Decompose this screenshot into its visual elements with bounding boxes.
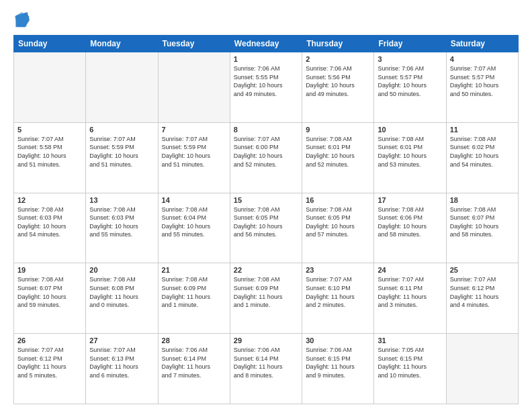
day-info: Sunrise: 7:06 AM Sunset: 5:55 PM Dayligh… [234, 64, 298, 98]
day-number: 29 [234, 336, 298, 345]
day-cell: 27Sunrise: 7:07 AM Sunset: 6:13 PM Dayli… [86, 334, 158, 404]
weekday-header-sunday: Sunday [14, 36, 86, 52]
day-info: Sunrise: 7:08 AM Sunset: 6:05 PM Dayligh… [306, 205, 370, 239]
day-number: 25 [450, 266, 515, 274]
day-cell [158, 52, 230, 123]
day-info: Sunrise: 7:06 AM Sunset: 5:57 PM Dayligh… [378, 64, 442, 98]
day-cell: 25Sunrise: 7:07 AM Sunset: 6:12 PM Dayli… [446, 263, 518, 334]
day-number: 24 [378, 266, 442, 274]
day-info: Sunrise: 7:06 AM Sunset: 6:14 PM Dayligh… [234, 346, 298, 379]
day-info: Sunrise: 7:07 AM Sunset: 6:12 PM Dayligh… [450, 275, 515, 309]
day-cell: 2Sunrise: 7:06 AM Sunset: 5:56 PM Daylig… [302, 52, 374, 123]
day-info: Sunrise: 7:08 AM Sunset: 6:06 PM Dayligh… [378, 205, 442, 239]
day-number: 23 [306, 266, 370, 274]
day-cell: 11Sunrise: 7:08 AM Sunset: 6:02 PM Dayli… [446, 122, 518, 193]
weekday-header-monday: Monday [86, 36, 158, 52]
day-cell: 12Sunrise: 7:08 AM Sunset: 6:03 PM Dayli… [14, 193, 86, 263]
day-number: 3 [378, 55, 442, 63]
day-info: Sunrise: 7:08 AM Sunset: 6:04 PM Dayligh… [162, 205, 226, 239]
day-number: 2 [306, 55, 370, 63]
day-cell: 22Sunrise: 7:08 AM Sunset: 6:09 PM Dayli… [230, 263, 302, 334]
day-number: 13 [89, 196, 154, 204]
logo [13, 11, 32, 30]
weekday-header-row: SundayMondayTuesdayWednesdayThursdayFrid… [14, 36, 519, 52]
day-info: Sunrise: 7:08 AM Sunset: 6:01 PM Dayligh… [306, 135, 370, 169]
weekday-header-friday: Friday [374, 36, 446, 52]
day-cell: 14Sunrise: 7:08 AM Sunset: 6:04 PM Dayli… [158, 193, 230, 263]
day-number: 22 [234, 266, 298, 274]
day-cell: 5Sunrise: 7:07 AM Sunset: 5:58 PM Daylig… [14, 122, 86, 193]
day-number: 5 [17, 126, 82, 134]
day-number: 16 [306, 196, 370, 204]
day-number: 19 [17, 266, 82, 274]
day-number: 1 [234, 55, 298, 63]
day-number: 10 [378, 126, 442, 134]
day-info: Sunrise: 7:08 AM Sunset: 6:03 PM Dayligh… [89, 205, 154, 239]
day-cell: 21Sunrise: 7:08 AM Sunset: 6:09 PM Dayli… [158, 263, 230, 334]
logo-icon [13, 11, 30, 30]
day-info: Sunrise: 7:07 AM Sunset: 6:12 PM Dayligh… [17, 346, 82, 379]
day-cell: 31Sunrise: 7:05 AM Sunset: 6:15 PM Dayli… [374, 334, 446, 404]
day-number: 15 [234, 196, 298, 204]
day-cell: 3Sunrise: 7:06 AM Sunset: 5:57 PM Daylig… [374, 52, 446, 123]
day-cell: 16Sunrise: 7:08 AM Sunset: 6:05 PM Dayli… [302, 193, 374, 263]
day-cell: 29Sunrise: 7:06 AM Sunset: 6:14 PM Dayli… [230, 334, 302, 404]
day-cell: 7Sunrise: 7:07 AM Sunset: 5:59 PM Daylig… [158, 122, 230, 193]
day-cell: 9Sunrise: 7:08 AM Sunset: 6:01 PM Daylig… [302, 122, 374, 193]
week-row-2: 5Sunrise: 7:07 AM Sunset: 5:58 PM Daylig… [14, 122, 519, 193]
day-info: Sunrise: 7:08 AM Sunset: 6:02 PM Dayligh… [450, 135, 515, 169]
day-cell: 23Sunrise: 7:07 AM Sunset: 6:10 PM Dayli… [302, 263, 374, 334]
day-info: Sunrise: 7:06 AM Sunset: 5:56 PM Dayligh… [306, 64, 370, 98]
day-info: Sunrise: 7:06 AM Sunset: 6:15 PM Dayligh… [306, 346, 370, 379]
day-info: Sunrise: 7:07 AM Sunset: 5:59 PM Dayligh… [89, 135, 154, 169]
day-number: 9 [306, 126, 370, 134]
day-info: Sunrise: 7:08 AM Sunset: 6:03 PM Dayligh… [17, 205, 82, 239]
day-number: 18 [450, 196, 515, 204]
day-number: 27 [89, 336, 154, 345]
weekday-header-wednesday: Wednesday [230, 36, 302, 52]
day-info: Sunrise: 7:07 AM Sunset: 5:59 PM Dayligh… [162, 135, 226, 169]
day-cell: 24Sunrise: 7:07 AM Sunset: 6:11 PM Dayli… [374, 263, 446, 334]
header [13, 11, 519, 30]
week-row-5: 26Sunrise: 7:07 AM Sunset: 6:12 PM Dayli… [14, 334, 519, 404]
day-cell: 15Sunrise: 7:08 AM Sunset: 6:05 PM Dayli… [230, 193, 302, 263]
day-number: 26 [17, 336, 82, 345]
day-number: 17 [378, 196, 442, 204]
day-number: 11 [450, 126, 515, 134]
day-info: Sunrise: 7:07 AM Sunset: 5:57 PM Dayligh… [450, 64, 515, 98]
day-cell: 19Sunrise: 7:08 AM Sunset: 6:07 PM Dayli… [14, 263, 86, 334]
day-cell [14, 52, 86, 123]
day-number: 7 [162, 126, 226, 134]
day-info: Sunrise: 7:08 AM Sunset: 6:08 PM Dayligh… [89, 275, 154, 309]
day-cell: 1Sunrise: 7:06 AM Sunset: 5:55 PM Daylig… [230, 52, 302, 123]
day-info: Sunrise: 7:08 AM Sunset: 6:05 PM Dayligh… [234, 205, 298, 239]
day-info: Sunrise: 7:07 AM Sunset: 6:11 PM Dayligh… [378, 275, 442, 309]
week-row-3: 12Sunrise: 7:08 AM Sunset: 6:03 PM Dayli… [14, 193, 519, 263]
day-cell: 10Sunrise: 7:08 AM Sunset: 6:01 PM Dayli… [374, 122, 446, 193]
day-info: Sunrise: 7:07 AM Sunset: 6:00 PM Dayligh… [234, 135, 298, 169]
day-info: Sunrise: 7:08 AM Sunset: 6:01 PM Dayligh… [378, 135, 442, 169]
day-cell: 13Sunrise: 7:08 AM Sunset: 6:03 PM Dayli… [86, 193, 158, 263]
week-row-4: 19Sunrise: 7:08 AM Sunset: 6:07 PM Dayli… [14, 263, 519, 334]
day-cell: 18Sunrise: 7:08 AM Sunset: 6:07 PM Dayli… [446, 193, 518, 263]
day-info: Sunrise: 7:08 AM Sunset: 6:09 PM Dayligh… [234, 275, 298, 309]
day-number: 28 [162, 336, 226, 345]
day-number: 20 [89, 266, 154, 274]
day-cell [86, 52, 158, 123]
day-cell: 28Sunrise: 7:06 AM Sunset: 6:14 PM Dayli… [158, 334, 230, 404]
day-info: Sunrise: 7:07 AM Sunset: 5:58 PM Dayligh… [17, 135, 82, 169]
day-info: Sunrise: 7:08 AM Sunset: 6:09 PM Dayligh… [162, 275, 226, 309]
day-info: Sunrise: 7:05 AM Sunset: 6:15 PM Dayligh… [378, 346, 442, 379]
day-number: 4 [450, 55, 515, 63]
day-cell [446, 334, 518, 404]
day-info: Sunrise: 7:07 AM Sunset: 6:13 PM Dayligh… [89, 346, 154, 379]
day-info: Sunrise: 7:07 AM Sunset: 6:10 PM Dayligh… [306, 275, 370, 309]
calendar-table: SundayMondayTuesdayWednesdayThursdayFrid… [13, 35, 519, 404]
weekday-header-saturday: Saturday [446, 36, 518, 52]
day-cell: 20Sunrise: 7:08 AM Sunset: 6:08 PM Dayli… [86, 263, 158, 334]
day-cell: 6Sunrise: 7:07 AM Sunset: 5:59 PM Daylig… [86, 122, 158, 193]
day-number: 12 [17, 196, 82, 204]
day-cell: 26Sunrise: 7:07 AM Sunset: 6:12 PM Dayli… [14, 334, 86, 404]
day-info: Sunrise: 7:08 AM Sunset: 6:07 PM Dayligh… [450, 205, 515, 239]
day-cell: 17Sunrise: 7:08 AM Sunset: 6:06 PM Dayli… [374, 193, 446, 263]
